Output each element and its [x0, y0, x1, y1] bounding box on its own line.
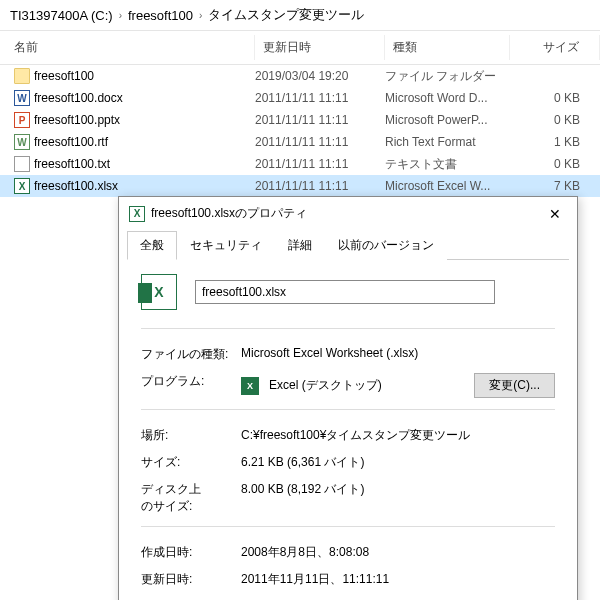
file-name: freesoft100.rtf — [34, 135, 108, 149]
header-size[interactable]: サイズ — [510, 35, 600, 60]
text-icon — [14, 156, 30, 172]
file-type: Microsoft PowerP... — [385, 113, 510, 127]
modified-label: 更新日時: — [141, 571, 241, 588]
excel-icon: X — [129, 206, 145, 222]
file-size: 7 KB — [510, 179, 600, 193]
dialog-titlebar[interactable]: X freesoft100.xlsxのプロパティ ✕ — [119, 197, 577, 230]
created-value: 2008年8月8日、8:08:08 — [241, 544, 369, 561]
file-type: Rich Text Format — [385, 135, 510, 149]
file-name: freesoft100.txt — [34, 157, 110, 171]
file-date: 2011/11/11 11:11 — [255, 113, 385, 127]
file-row[interactable]: freesoft100.txt 2011/11/11 11:11 テキスト文書 … — [0, 153, 600, 175]
location-value: C:¥freesoft100¥タイムスタンプ変更ツール — [241, 427, 470, 444]
disk-size-label: ディスク上 のサイズ: — [141, 481, 241, 515]
filename-input[interactable] — [195, 280, 495, 304]
program-value: Excel (デスクトップ) — [269, 377, 382, 394]
file-row[interactable]: Wfreesoft100.docx 2011/11/11 11:11 Micro… — [0, 87, 600, 109]
divider — [141, 328, 555, 329]
change-program-button[interactable]: 変更(C)... — [474, 373, 555, 398]
divider — [141, 526, 555, 527]
file-type: Microsoft Word D... — [385, 91, 510, 105]
tab-details[interactable]: 詳細 — [275, 231, 325, 260]
size-label: サイズ: — [141, 454, 241, 471]
file-date: 2011/11/11 11:11 — [255, 157, 385, 171]
file-size: 0 KB — [510, 157, 600, 171]
filetype-label: ファイルの種類: — [141, 346, 241, 363]
file-name: freesoft100.xlsx — [34, 179, 118, 193]
dialog-tabs: 全般 セキュリティ 詳細 以前のバージョン — [127, 230, 569, 260]
filetype-value: Microsoft Excel Worksheet (.xlsx) — [241, 346, 418, 360]
file-row[interactable]: Xfreesoft100.xlsx 2011/11/11 11:11 Micro… — [0, 175, 600, 197]
header-date[interactable]: 更新日時 — [255, 35, 385, 60]
excel-icon: X — [14, 178, 30, 194]
file-list: 名前 更新日時 種類 サイズ freesoft100 2019/03/04 19… — [0, 31, 600, 197]
breadcrumb[interactable]: TI31397400A (C:) › freesoft100 › タイムスタンプ… — [0, 0, 600, 31]
powerpoint-icon: P — [14, 112, 30, 128]
dialog-body: X ファイルの種類: Microsoft Excel Worksheet (.x… — [119, 260, 577, 600]
file-name: freesoft100.docx — [34, 91, 123, 105]
disk-size-value: 8.00 KB (8,192 バイト) — [241, 481, 364, 498]
folder-icon — [14, 68, 30, 84]
size-value: 6.21 KB (6,361 バイト) — [241, 454, 364, 471]
file-name: freesoft100 — [34, 69, 94, 83]
chevron-right-icon: › — [119, 10, 122, 21]
header-name[interactable]: 名前 — [0, 35, 255, 60]
tab-previous-versions[interactable]: 以前のバージョン — [325, 231, 447, 260]
word-icon: W — [14, 90, 30, 106]
file-size: 0 KB — [510, 113, 600, 127]
breadcrumb-seg-folder1[interactable]: freesoft100 — [128, 8, 193, 23]
dialog-title-text: freesoft100.xlsxのプロパティ — [151, 205, 307, 222]
file-date: 2019/03/04 19:20 — [255, 69, 385, 83]
file-row[interactable]: freesoft100 2019/03/04 19:20 ファイル フォルダー — [0, 65, 600, 87]
breadcrumb-seg-folder2[interactable]: タイムスタンプ変更ツール — [208, 6, 364, 24]
file-size: 1 KB — [510, 135, 600, 149]
file-type: Microsoft Excel W... — [385, 179, 510, 193]
tab-security[interactable]: セキュリティ — [177, 231, 275, 260]
location-label: 場所: — [141, 427, 241, 444]
file-size: 0 KB — [510, 91, 600, 105]
file-row[interactable]: Wfreesoft100.rtf 2011/11/11 11:11 Rich T… — [0, 131, 600, 153]
divider — [141, 409, 555, 410]
properties-dialog: X freesoft100.xlsxのプロパティ ✕ 全般 セキュリティ 詳細 … — [118, 196, 578, 600]
file-date: 2011/11/11 11:11 — [255, 91, 385, 105]
file-name: freesoft100.pptx — [34, 113, 120, 127]
excel-icon: X — [141, 274, 177, 310]
created-label: 作成日時: — [141, 544, 241, 561]
breadcrumb-seg-drive[interactable]: TI31397400A (C:) — [10, 8, 113, 23]
file-date: 2011/11/11 11:11 — [255, 179, 385, 193]
rtf-icon: W — [14, 134, 30, 150]
modified-value: 2011年11月11日、11:11:11 — [241, 571, 389, 588]
excel-icon: X — [241, 377, 259, 395]
file-row[interactable]: Pfreesoft100.pptx 2011/11/11 11:11 Micro… — [0, 109, 600, 131]
file-date: 2011/11/11 11:11 — [255, 135, 385, 149]
file-type: テキスト文書 — [385, 156, 510, 173]
file-list-header: 名前 更新日時 種類 サイズ — [0, 31, 600, 65]
chevron-right-icon: › — [199, 10, 202, 21]
close-button[interactable]: ✕ — [543, 206, 567, 222]
header-type[interactable]: 種類 — [385, 35, 510, 60]
file-type: ファイル フォルダー — [385, 68, 510, 85]
tab-general[interactable]: 全般 — [127, 231, 177, 260]
program-label: プログラム: — [141, 373, 241, 390]
